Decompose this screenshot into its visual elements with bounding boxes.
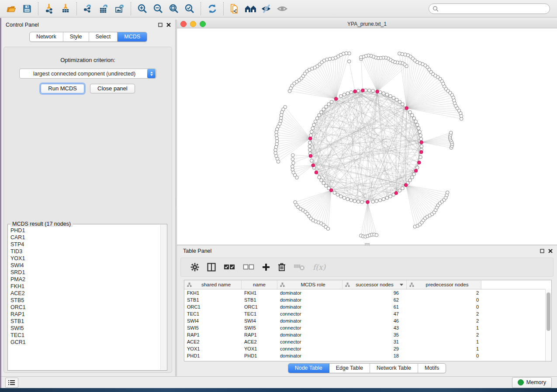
delete-column-icon[interactable] bbox=[278, 263, 286, 272]
network-window-titlebar[interactable]: YPA_prune.txt_1 bbox=[177, 20, 557, 28]
import-table-button[interactable] bbox=[58, 2, 73, 16]
close-panel-icon[interactable] bbox=[548, 249, 553, 253]
cell-predecessor_nodes: 1 bbox=[407, 345, 481, 352]
mcds-result-item[interactable]: STB5 bbox=[10, 297, 160, 304]
mcds-result-item[interactable]: STP4 bbox=[10, 241, 160, 248]
scrollbar-thumb[interactable] bbox=[547, 292, 550, 331]
add-column-icon[interactable] bbox=[262, 263, 270, 271]
table-body[interactable]: FKH1FKH1dominator962STB1STB1dominator620… bbox=[184, 289, 551, 359]
tab-network[interactable]: Network bbox=[30, 32, 63, 41]
cell-shared_name: RAP1 bbox=[184, 331, 242, 338]
memory-button[interactable]: Memory bbox=[512, 377, 552, 388]
export-table-button[interactable] bbox=[96, 2, 112, 16]
column-header-shared-name[interactable]: shared name bbox=[184, 280, 242, 289]
hide-selected-button[interactable] bbox=[259, 2, 274, 16]
clone-network-button[interactable] bbox=[227, 2, 243, 16]
network-window: YPA_prune.txt_1 bbox=[177, 20, 557, 244]
cell-shared_name: ORC1 bbox=[184, 303, 242, 310]
mcds-result-box: MCDS result (17 nodes) PHD1CAR1STP4TID3Y… bbox=[7, 224, 167, 371]
network-canvas[interactable] bbox=[177, 28, 557, 244]
tab-motifs[interactable]: Motifs bbox=[418, 364, 446, 373]
float-window-icon[interactable] bbox=[540, 249, 544, 253]
zoom-selected-button[interactable] bbox=[182, 2, 197, 16]
zoom-fit-button[interactable] bbox=[166, 2, 182, 16]
mcds-result-item[interactable]: RAP1 bbox=[10, 311, 160, 318]
table-header-row[interactable]: shared namenameMCDS rolesuccessor nodesp… bbox=[184, 280, 551, 289]
save-session-button[interactable] bbox=[19, 2, 35, 16]
mcds-result-item[interactable]: FKH1 bbox=[10, 283, 160, 290]
deselect-all-icon[interactable] bbox=[243, 264, 254, 270]
column-header-successor-nodes[interactable]: successor nodes bbox=[343, 280, 407, 289]
node-table[interactable]: shared namenameMCDS rolesuccessor nodesp… bbox=[184, 280, 552, 361]
mcds-result-item[interactable]: GCR1 bbox=[10, 339, 160, 346]
search-icon bbox=[432, 6, 439, 12]
column-header-label: successor nodes bbox=[351, 282, 398, 287]
table-row[interactable]: PHD1PHD1dominator180 bbox=[184, 352, 551, 359]
cell-successor_nodes: 31 bbox=[343, 338, 407, 345]
mcds-result-item[interactable]: SWI5 bbox=[10, 325, 160, 332]
tab-node-table[interactable]: Node Table bbox=[288, 364, 329, 373]
float-window-icon[interactable] bbox=[158, 23, 163, 27]
select-all-icon[interactable] bbox=[224, 264, 235, 270]
column-header-MCDS-role[interactable]: MCDS role bbox=[277, 280, 343, 289]
table-row[interactable]: ORC1ORC1dominator610 bbox=[184, 303, 551, 310]
refresh-layout-button[interactable] bbox=[204, 2, 220, 16]
mcds-result-item[interactable]: PHD1 bbox=[10, 227, 160, 234]
table-row[interactable]: FKH1FKH1dominator962 bbox=[184, 289, 551, 296]
table-scrollbar[interactable] bbox=[545, 289, 551, 361]
mcds-result-item[interactable]: TEC1 bbox=[10, 332, 160, 339]
tab-mcds[interactable]: MCDS bbox=[118, 32, 147, 41]
mcds-result-item[interactable]: TID3 bbox=[10, 248, 160, 255]
export-image-button[interactable] bbox=[112, 2, 128, 16]
export-network-button[interactable] bbox=[80, 2, 96, 16]
zoom-in-button[interactable] bbox=[135, 2, 150, 16]
cell-mcds_role: dominator bbox=[277, 331, 343, 338]
mcds-result-item[interactable]: SWI4 bbox=[10, 262, 160, 269]
first-neighbors-button[interactable] bbox=[243, 2, 259, 16]
open-session-button[interactable] bbox=[3, 2, 19, 16]
show-all-button[interactable] bbox=[274, 2, 290, 16]
run-mcds-button[interactable]: Run MCDS bbox=[41, 84, 84, 93]
import-table-icon bbox=[60, 3, 71, 14]
tab-network-table[interactable]: Network Table bbox=[370, 364, 418, 373]
column-header-name[interactable]: name bbox=[242, 280, 277, 289]
column-layout-icon[interactable] bbox=[207, 263, 216, 272]
criterion-dropdown[interactable]: largest connected component (undirected) bbox=[19, 69, 156, 79]
table-row[interactable]: ACE2ACE2connector311 bbox=[184, 338, 551, 345]
mcds-result-item[interactable]: STB1 bbox=[10, 318, 160, 325]
tab-select[interactable]: Select bbox=[89, 32, 118, 41]
mcds-result-list[interactable]: PHD1CAR1STP4TID3YOX1SWI4SRD1PMA2FKH1ACE2… bbox=[9, 227, 160, 369]
column-header-predecessor-nodes[interactable]: predecessor nodes bbox=[407, 280, 481, 289]
task-history-button[interactable] bbox=[5, 378, 18, 388]
table-panel-title: Table Panel bbox=[183, 248, 211, 254]
search-input[interactable] bbox=[441, 5, 546, 12]
mcds-result-item[interactable]: CAR1 bbox=[10, 234, 160, 241]
mcds-result-item[interactable]: SRD1 bbox=[10, 269, 160, 276]
table-row[interactable]: SWI4SWI4dominator462 bbox=[184, 317, 551, 324]
close-panel-icon[interactable] bbox=[166, 23, 171, 27]
cell-shared_name: ACE2 bbox=[184, 338, 242, 345]
table-row[interactable]: STB1STB1dominator620 bbox=[184, 296, 551, 303]
table-row[interactable]: YOX1YOX1connector291 bbox=[184, 345, 551, 352]
mcds-result-item[interactable]: ORC1 bbox=[10, 304, 160, 311]
cell-successor_nodes: 47 bbox=[343, 310, 407, 317]
tab-edge-table[interactable]: Edge Table bbox=[329, 364, 370, 373]
sort-desc-icon bbox=[400, 284, 403, 286]
tab-style[interactable]: Style bbox=[63, 32, 89, 41]
criterion-selected-value: largest connected component (undirected) bbox=[20, 71, 147, 77]
table-row[interactable]: RAP1RAP1dominator352 bbox=[184, 331, 551, 338]
first-neighbors-icon bbox=[245, 4, 257, 14]
zoom-out-button[interactable] bbox=[150, 2, 166, 16]
mcds-result-item[interactable]: PMA2 bbox=[10, 276, 160, 283]
mcds-result-item[interactable]: ACE2 bbox=[10, 290, 160, 297]
mcds-result-scrollbar[interactable] bbox=[160, 225, 166, 370]
table-row[interactable]: SWI5SWI5connector431 bbox=[184, 324, 551, 331]
close-panel-button[interactable]: Close panel bbox=[90, 84, 135, 93]
import-network-button[interactable] bbox=[42, 2, 58, 16]
cell-name: ACE2 bbox=[242, 338, 277, 345]
mcds-result-item[interactable]: YOX1 bbox=[10, 255, 160, 262]
gear-icon[interactable] bbox=[190, 263, 199, 272]
toolbar-separator bbox=[131, 2, 131, 15]
search-field[interactable] bbox=[429, 3, 550, 14]
table-row[interactable]: TEC1TEC1connector472 bbox=[184, 310, 551, 317]
